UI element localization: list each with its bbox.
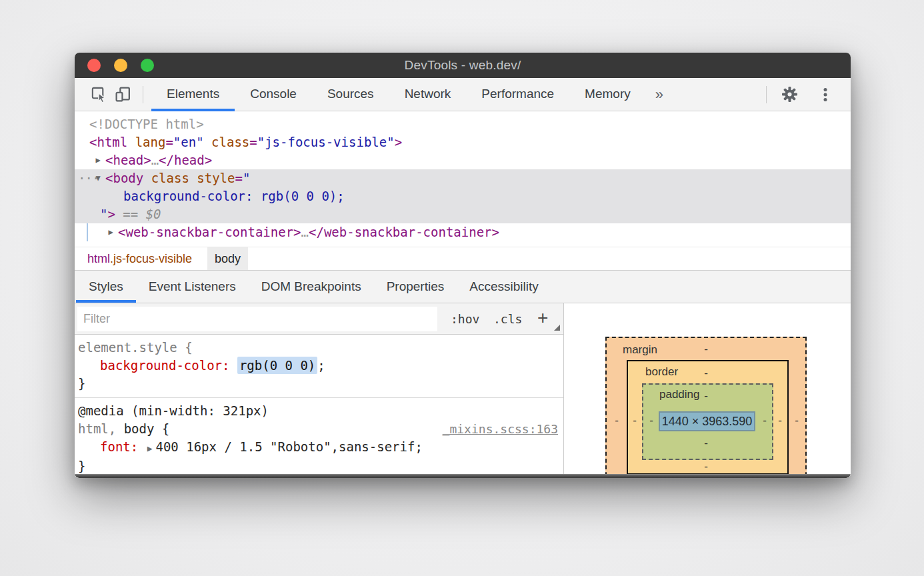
dom-tree-node[interactable]: <!DOCTYPE html> (75, 115, 851, 133)
code-token: > (107, 207, 123, 221)
dom-tree-node[interactable]: ···▼<body class style=" (75, 169, 851, 187)
code-token: … (151, 153, 159, 167)
main-toolbar: ElementsConsoleSourcesNetworkPerformance… (75, 78, 851, 111)
close-window-button[interactable] (87, 59, 101, 72)
device-toolbar-button[interactable] (111, 83, 135, 107)
dom-tree-node[interactable]: background-color: rgb(0 0 0); (75, 187, 851, 205)
breadcrumb-item[interactable]: body (207, 247, 248, 270)
sidebar-tab-accessibility[interactable]: Accessibility (457, 271, 551, 303)
box-model-diagram: margin border padding 1440 × 3963.590 - (605, 337, 807, 478)
padding-left-value[interactable]: - (647, 415, 656, 427)
code-token: @media (min-width: 321px) (78, 403, 269, 418)
code-token: lang (135, 135, 166, 149)
element-classes-button[interactable]: .cls (493, 303, 522, 335)
padding-label: padding (659, 388, 700, 401)
window-controls (87, 59, 154, 72)
padding-top-value[interactable]: - (701, 390, 711, 402)
padding-right-value[interactable]: - (760, 415, 769, 427)
code-token: = (235, 171, 243, 185)
titlebar[interactable]: DevTools - web.dev/ (75, 53, 851, 78)
code-token: element.style { (78, 340, 193, 355)
sidebar-tab-properties[interactable]: Properties (374, 271, 457, 303)
dom-tree-node[interactable]: <html lang="en" class="js-focus-visible"… (75, 133, 851, 151)
toolbar-divider (143, 86, 143, 103)
code-token: body { (116, 421, 169, 436)
css-line[interactable]: } (75, 375, 563, 393)
border-bottom-value[interactable]: - (701, 461, 711, 473)
expand-arrow-icon[interactable]: ▶ (93, 151, 103, 169)
code-token: ; (317, 358, 325, 373)
box-model-margin[interactable]: margin border padding 1440 × 3963.590 (605, 337, 807, 478)
code-token: <body (105, 171, 151, 185)
toggle-element-state-button[interactable]: :hov (451, 303, 479, 335)
more-panels-button[interactable]: » (646, 79, 673, 110)
code-token: <web-snackbar-container> (118, 225, 301, 239)
code-token: <!DOCTYPE html> (89, 117, 204, 131)
padding-bottom-value[interactable]: - (701, 437, 711, 449)
sidebar-tab-styles[interactable]: Styles (76, 271, 136, 303)
new-style-rule-button[interactable]: + (537, 303, 548, 333)
collapse-arrow-icon[interactable]: ▼ (93, 169, 103, 187)
tab-sources[interactable]: Sources (312, 78, 389, 111)
sidebar-tab-event-listeners[interactable]: Event Listeners (136, 271, 249, 303)
kebab-menu-icon (817, 86, 833, 103)
filter-input[interactable] (77, 307, 437, 331)
sidebar-tabs: StylesEvent ListenersDOM BreakpointsProp… (75, 271, 851, 303)
margin-top-value[interactable]: - (701, 343, 711, 355)
css-line[interactable]: @media (min-width: 321px) (75, 402, 563, 420)
code-token: class (211, 135, 249, 149)
stylesheet-source-link[interactable]: _mixins.scss:163 (443, 420, 558, 438)
box-model-content[interactable]: 1440 × 3963.590 (659, 411, 755, 431)
style-rule: @media (min-width: 321px)html, body {_mi… (75, 398, 563, 478)
dom-tree-node[interactable]: ▶<head>…</head> (75, 151, 851, 169)
css-line[interactable]: font: ▶400 16px / 1.5 "Roboto",sans-seri… (75, 438, 563, 457)
code-token: "en" (173, 135, 204, 149)
css-line[interactable]: element.style { (75, 339, 563, 357)
code-token: <html (89, 135, 135, 149)
code-token: " (243, 171, 250, 185)
code-token: html (87, 252, 110, 266)
code-token: style (197, 171, 235, 185)
tab-performance[interactable]: Performance (466, 78, 569, 111)
code-token: == $0 (123, 207, 161, 221)
settings-button[interactable] (777, 83, 801, 107)
code-token: <head> (105, 153, 151, 167)
css-line[interactable]: } (75, 457, 563, 475)
css-line[interactable]: html, body {_mixins.scss:163 (75, 420, 563, 438)
code-token: background-color: rgb(0 0 0); (123, 189, 345, 203)
tab-network[interactable]: Network (389, 78, 467, 111)
sidebar-tab-dom-breakpoints[interactable]: DOM Breakpoints (249, 271, 374, 303)
toolbar-divider-right (766, 86, 767, 103)
code-token: "js-focus-visible" (257, 135, 395, 149)
inspect-cursor-icon (90, 85, 108, 103)
code-token: class (151, 171, 189, 185)
code-token: " (100, 207, 107, 221)
breadcrumb-item[interactable]: html.js-focus-visible (80, 247, 199, 270)
device-toolbar-icon (114, 85, 132, 103)
code-token (189, 171, 197, 185)
styles-sections: element.style {background-color: rgb(0 0… (75, 335, 563, 478)
css-line[interactable]: background-color: rgb(0 0 0); (75, 357, 563, 375)
code-token: = (249, 135, 257, 149)
code-token (138, 439, 145, 454)
tab-console[interactable]: Console (235, 78, 312, 111)
border-right-value[interactable]: - (775, 415, 785, 427)
tab-elements[interactable]: Elements (151, 78, 235, 111)
margin-right-value[interactable]: - (792, 415, 801, 427)
dom-tree-node[interactable]: ▶<web-snackbar-container>…</web-snackbar… (75, 223, 851, 241)
menu-button[interactable] (813, 83, 837, 107)
inspect-element-button[interactable] (87, 83, 111, 107)
minimize-window-button[interactable] (114, 59, 127, 72)
code-token: … (301, 225, 309, 239)
filter-bar: :hov .cls + (75, 303, 563, 335)
border-left-value[interactable]: - (630, 415, 639, 427)
dom-tree-node[interactable]: "> == $0 (75, 205, 851, 223)
expand-arrow-icon[interactable]: ▶ (105, 223, 116, 241)
tab-memory[interactable]: Memory (569, 78, 646, 111)
border-top-value[interactable]: - (701, 367, 711, 379)
zoom-window-button[interactable] (141, 59, 154, 72)
margin-left-value[interactable]: - (612, 415, 621, 427)
toolbar-right-group (755, 83, 851, 107)
code-token: .js-focus-visible (110, 252, 192, 266)
window-title: DevTools - web.dev/ (405, 58, 521, 73)
